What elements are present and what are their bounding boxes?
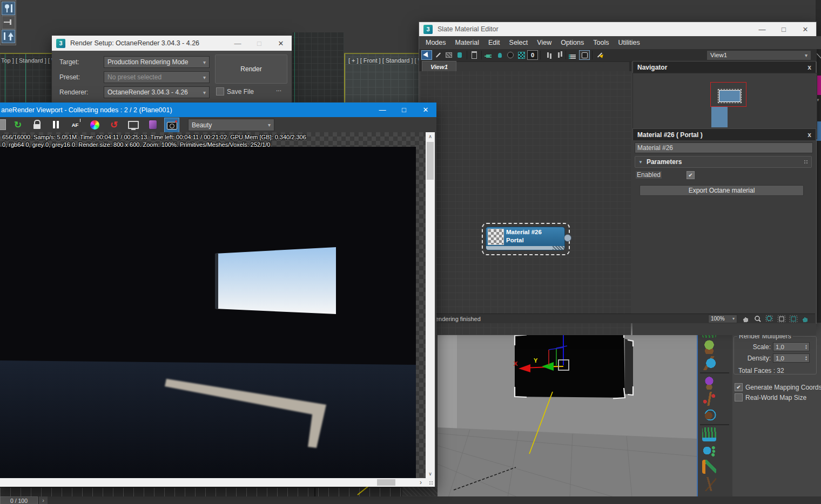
show-grid-icon[interactable] xyxy=(579,50,590,60)
show-map-in-viewport-icon[interactable] xyxy=(516,51,526,59)
viewport-top-label[interactable]: Top ] [ Standard ] [ W xyxy=(1,57,57,64)
menu-options[interactable]: Options xyxy=(561,39,584,46)
real-world-checkbox[interactable]: ✔ xyxy=(735,393,743,401)
minimize-icon[interactable]: — xyxy=(751,22,773,37)
assign-to-selection-icon[interactable] xyxy=(455,51,465,59)
render-setup-titlebar[interactable]: 3 Render Setup: OctaneRender 3.04.3 - 4.… xyxy=(52,36,292,51)
horizontal-scrollbar[interactable]: › xyxy=(0,478,426,487)
preset-dropdown[interactable]: No preset selected▾ xyxy=(104,71,210,83)
scroll-thumb[interactable] xyxy=(427,142,434,180)
pin-icon[interactable] xyxy=(2,16,15,29)
hide-unused-slots-icon[interactable] xyxy=(495,51,504,59)
resize-grip-icon[interactable] xyxy=(429,481,434,486)
arrows-up-icon[interactable] xyxy=(2,30,15,43)
tab-view1[interactable]: View1 xyxy=(422,61,456,72)
render-pass-dropdown[interactable]: Beauty▾ xyxy=(188,119,274,131)
scroll-thumb[interactable] xyxy=(377,479,395,486)
plant-icon-bones[interactable] xyxy=(702,460,716,474)
scroll-down-arrow[interactable]: ∨ xyxy=(426,469,435,478)
minimize-icon[interactable]: — xyxy=(227,36,248,51)
navigator-selected-node[interactable] xyxy=(718,89,742,103)
plant-icon-leaf-outline[interactable] xyxy=(702,408,716,422)
select-tool-icon[interactable] xyxy=(421,50,432,60)
render-button[interactable]: Render xyxy=(215,55,287,84)
pick-material-icon[interactable] xyxy=(433,51,443,59)
vertical-scrollbar[interactable]: ∧ ∨ xyxy=(426,132,435,478)
lock-icon[interactable] xyxy=(31,119,43,131)
viewport-front-label[interactable]: [ + ] [ Front ] [ Standard ] [ W xyxy=(348,57,423,64)
menu-modes[interactable]: Modes xyxy=(426,39,446,46)
node-output-connector[interactable] xyxy=(564,234,571,242)
target-dropdown[interactable]: Production Rendering Mode▾ xyxy=(104,56,210,68)
maximize-icon[interactable]: □ xyxy=(248,36,270,51)
renderer-dropdown[interactable]: OctaneRender 3.04.3 - 4.26▾ xyxy=(104,86,210,98)
plant-icon-blue-squiggle[interactable] xyxy=(702,356,716,370)
enabled-checkbox[interactable]: ✔ xyxy=(687,171,695,179)
material-panel-header[interactable]: Material #26 ( Portal ) x xyxy=(632,128,816,141)
move-children-icon[interactable] xyxy=(484,51,494,59)
menu-material[interactable]: Material xyxy=(455,39,479,46)
spinner[interactable]: ▴▾ xyxy=(805,356,807,361)
rollout-grip-icon[interactable] xyxy=(804,160,808,164)
autofocus-icon[interactable]: AF xyxy=(69,119,81,131)
plant-icon-purple-flower[interactable] xyxy=(702,376,716,390)
track-bar[interactable] xyxy=(0,487,402,496)
viewport-display-icon[interactable] xyxy=(127,119,139,131)
view-dropdown[interactable]: View1▾ xyxy=(706,50,811,60)
navigator-node-2[interactable] xyxy=(711,107,728,127)
material-name-field[interactable]: Material #26 xyxy=(635,142,813,153)
menu-edit[interactable]: Edit xyxy=(488,39,500,46)
layout-all-vertical-icon[interactable] xyxy=(543,51,553,59)
zoom-dropdown[interactable]: 100%▾ xyxy=(708,315,737,323)
slate-titlebar[interactable]: 3 Slate Material Editor — □ ✕ xyxy=(419,22,816,36)
show-shaded-material-icon[interactable] xyxy=(506,51,515,59)
pan-icon[interactable] xyxy=(742,315,750,323)
menu-select[interactable]: Select xyxy=(509,39,528,46)
next-frame-button[interactable]: › xyxy=(39,496,48,504)
delete-icon[interactable] xyxy=(469,51,479,59)
plant-icon-twig[interactable] xyxy=(702,477,716,491)
node-resize-hatch[interactable] xyxy=(553,246,564,250)
more-options-button[interactable]: ... xyxy=(276,85,281,93)
restart-render-icon[interactable]: ↻ xyxy=(12,119,24,131)
viewport-top[interactable]: Top ] [ Standard ] [ W xyxy=(0,54,51,103)
close-icon[interactable]: ✕ xyxy=(270,36,292,51)
scroll-right-arrow[interactable]: › xyxy=(416,478,426,487)
close-icon[interactable]: x xyxy=(807,64,811,71)
material-node[interactable]: Material #26 Portal xyxy=(486,227,565,250)
scale-field[interactable]: 1,0 ▴▾ xyxy=(773,342,810,351)
zoom-extents-icon[interactable] xyxy=(777,315,786,323)
scroll-up-arrow[interactable]: ∧ xyxy=(426,132,435,141)
menu-utilities[interactable]: Utilities xyxy=(618,39,640,46)
viewport-front[interactable]: [ + ] [ Front ] [ Standard ] [ W xyxy=(344,54,420,103)
maximize-icon[interactable]: □ xyxy=(773,22,795,37)
parameters-rollout[interactable]: ▼ Parameters xyxy=(635,156,812,168)
stop-render-icon[interactable]: ↺ xyxy=(108,119,120,131)
navigator-header[interactable]: Navigator x xyxy=(632,61,816,74)
save-file-checkbox[interactable]: ✔ xyxy=(216,87,224,96)
maximize-icon[interactable]: □ xyxy=(393,103,415,117)
density-field[interactable]: 1,0 ▴▾ xyxy=(773,353,810,363)
layout-children-icon[interactable] xyxy=(554,51,563,59)
export-octane-material-button[interactable]: Export Octane material xyxy=(640,185,804,196)
node-view-canvas[interactable]: Material #26 Portal xyxy=(420,71,631,335)
render-passes-icon[interactable] xyxy=(147,119,159,131)
zoom-icon[interactable] xyxy=(753,315,762,323)
viewport-top-right-part[interactable] xyxy=(292,32,344,103)
white-balance-icon[interactable] xyxy=(89,119,100,131)
generate-mapping-checkbox[interactable]: ✔ xyxy=(735,383,743,391)
sample-slot-magenta[interactable] xyxy=(817,76,821,95)
material-id-list-icon[interactable] xyxy=(568,51,578,59)
minimize-icon[interactable]: — xyxy=(372,103,393,117)
octane-titlebar[interactable]: aneRender Viewport - Collecting nodes : … xyxy=(0,103,436,117)
render-canvas[interactable] xyxy=(0,132,426,478)
close-icon[interactable]: x xyxy=(807,131,811,139)
render-map-wand-icon[interactable] xyxy=(595,51,604,59)
pan-to-selected-icon[interactable] xyxy=(801,315,810,323)
zoom-extents-selected-icon[interactable] xyxy=(789,315,798,323)
plant-icon-tree[interactable] xyxy=(702,340,716,354)
close-icon[interactable]: ✕ xyxy=(795,22,816,37)
plant-icon-grass-patch[interactable] xyxy=(702,427,716,441)
plant-icon-wire-seeds[interactable] xyxy=(702,444,716,458)
pause-icon[interactable] xyxy=(50,119,62,131)
